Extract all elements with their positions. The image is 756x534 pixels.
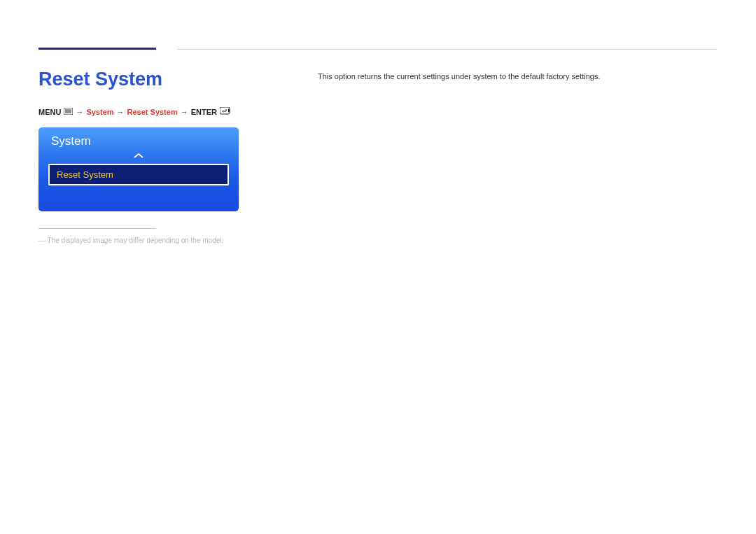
svg-rect-4 bbox=[220, 107, 230, 114]
menu-icon bbox=[64, 108, 73, 116]
arrow-icon: → bbox=[181, 108, 188, 116]
breadcrumb-menu-label: MENU bbox=[38, 108, 61, 116]
page-title: Reset System bbox=[38, 69, 162, 90]
breadcrumb-step-reset: Reset System bbox=[127, 108, 178, 116]
osd-panel: System Reset System bbox=[38, 127, 239, 211]
description-text: This option returns the current settings… bbox=[318, 72, 601, 80]
enter-icon bbox=[220, 107, 231, 116]
breadcrumb: MENU → System → Reset System → ENTER bbox=[38, 107, 231, 116]
arrow-icon: → bbox=[76, 108, 83, 116]
arrow-icon: → bbox=[117, 108, 125, 116]
top-rule bbox=[178, 49, 717, 50]
breadcrumb-enter-label: ENTER bbox=[191, 108, 217, 116]
osd-menu-title: System bbox=[38, 127, 239, 153]
chevron-up-icon[interactable] bbox=[38, 153, 239, 164]
osd-item-reset-system[interactable]: Reset System bbox=[48, 164, 229, 185]
accent-bar bbox=[38, 48, 156, 50]
footnote-rule bbox=[38, 228, 156, 229]
footnote-text: The displayed image may differ depending… bbox=[38, 237, 223, 244]
breadcrumb-step-system: System bbox=[86, 108, 113, 116]
